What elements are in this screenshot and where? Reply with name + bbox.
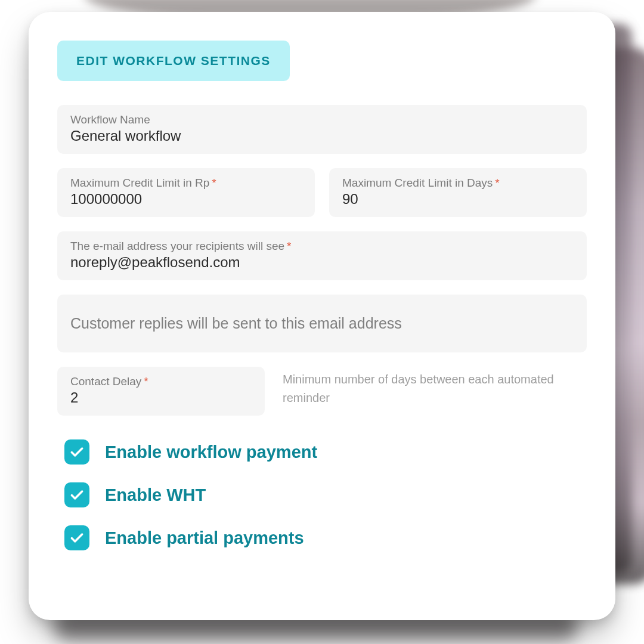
reply-email-placeholder: Customer replies will be sent to this em… — [70, 315, 402, 332]
from-email-input[interactable] — [70, 254, 574, 271]
credit-limit-days-label: Maximum Credit Limit in Days* — [342, 177, 574, 190]
toggle-workflow-payment[interactable]: Enable workflow payment — [64, 439, 587, 465]
reply-email-field[interactable]: Customer replies will be sent to this em… — [57, 295, 587, 352]
toggle-partial-payments[interactable]: Enable partial payments — [64, 525, 587, 550]
toggle-list: Enable workflow payment Enable WHT Enabl… — [57, 439, 587, 550]
workflow-name-label: Workflow Name — [70, 113, 574, 126]
contact-delay-help: Minimum number of days between each auto… — [283, 367, 587, 407]
credit-limit-days-input[interactable] — [342, 191, 574, 208]
toggle-wht[interactable]: Enable WHT — [64, 482, 587, 507]
credit-limit-rp-label: Maximum Credit Limit in Rp* — [70, 177, 302, 190]
credit-limit-rp-field[interactable]: Maximum Credit Limit in Rp* — [57, 168, 315, 217]
toggle-label: Enable partial payments — [105, 528, 304, 548]
required-mark: * — [495, 177, 499, 189]
page-title: EDIT WORKFLOW SETTINGS — [57, 41, 290, 81]
required-mark: * — [212, 177, 216, 189]
credit-limit-rp-input[interactable] — [70, 191, 302, 208]
toggle-label: Enable workflow payment — [105, 442, 317, 462]
from-email-field[interactable]: The e-mail address your recipients will … — [57, 231, 587, 280]
contact-delay-field[interactable]: Contact Delay* — [57, 367, 265, 416]
checkbox-checked-icon[interactable] — [64, 525, 89, 550]
workflow-name-field[interactable]: Workflow Name — [57, 105, 587, 154]
contact-delay-input[interactable] — [70, 389, 252, 406]
credit-limit-days-field[interactable]: Maximum Credit Limit in Days* — [329, 168, 587, 217]
from-email-label: The e-mail address your recipients will … — [70, 240, 574, 253]
checkbox-checked-icon[interactable] — [64, 439, 89, 465]
toggle-label: Enable WHT — [105, 485, 206, 505]
required-mark: * — [144, 375, 148, 388]
settings-card: EDIT WORKFLOW SETTINGS Workflow Name Max… — [29, 12, 615, 620]
contact-delay-label: Contact Delay* — [70, 375, 252, 388]
checkbox-checked-icon[interactable] — [64, 482, 89, 507]
required-mark: * — [287, 240, 291, 252]
workflow-name-input[interactable] — [70, 128, 574, 144]
